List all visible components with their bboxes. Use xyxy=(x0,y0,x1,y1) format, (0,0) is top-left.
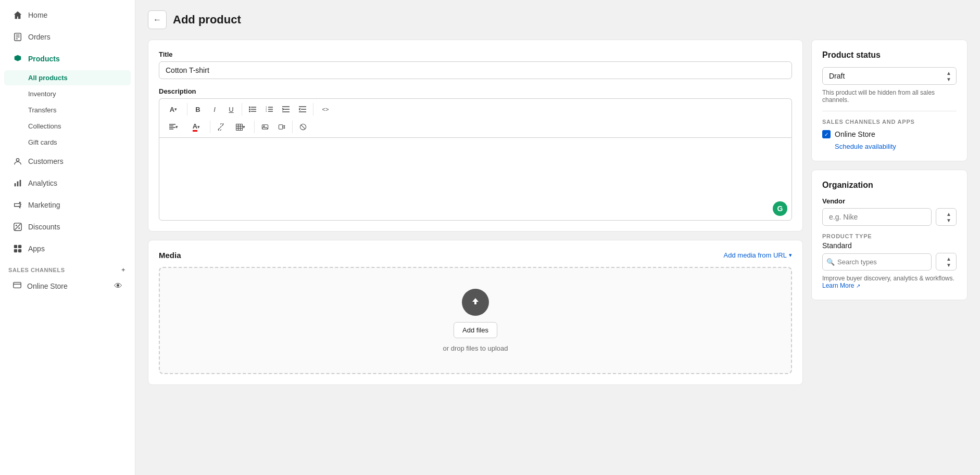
sidebar-sub-item-transfers[interactable]: Transfers xyxy=(4,102,131,118)
sidebar-item-customers-label: Customers xyxy=(28,157,64,165)
svg-rect-7 xyxy=(20,180,21,187)
status-select-wrapper: Draft Active ▲ ▼ xyxy=(822,67,957,85)
organization-card: Organization Vendor ▲ ▼ xyxy=(811,170,968,300)
table-button[interactable]: ▾ xyxy=(230,120,252,134)
title-input[interactable] xyxy=(159,61,792,79)
back-button[interactable]: ← xyxy=(148,10,167,29)
media-card: Media Add media from URL ▾ Add files or … xyxy=(148,240,803,385)
description-editor[interactable]: G xyxy=(159,137,792,221)
toolbar-divider-6 xyxy=(292,121,293,133)
vendor-select[interactable] xyxy=(936,208,957,226)
marketing-icon xyxy=(12,200,23,210)
main-content: ← Add product Title Description xyxy=(135,0,980,475)
apps-icon xyxy=(12,243,23,254)
products-icon xyxy=(12,54,23,64)
sidebar-item-products-label: Products xyxy=(28,55,60,63)
vendor-input[interactable] xyxy=(822,208,932,226)
sidebar-sub-item-gift-cards[interactable]: Gift cards xyxy=(4,135,131,150)
search-types-input-wrapper: 🔍 xyxy=(822,253,932,271)
font-family-button[interactable]: A▾ xyxy=(162,102,184,117)
standard-text: Standard xyxy=(822,241,957,250)
search-types-dropdown-wrapper: ▲ ▼ xyxy=(936,253,957,271)
status-select[interactable]: Draft Active xyxy=(822,67,957,85)
toolbar-divider-5 xyxy=(254,121,255,133)
customers-icon xyxy=(12,156,23,166)
svg-point-4 xyxy=(16,159,19,161)
online-store-checkbox-row: ✓ Online Store xyxy=(822,130,957,138)
svg-rect-6 xyxy=(17,181,19,186)
indent-button[interactable] xyxy=(278,102,294,117)
underline-button[interactable]: U xyxy=(223,102,239,117)
sidebar-item-home-label: Home xyxy=(28,11,47,19)
ordered-list-button[interactable]: 1.2.3. xyxy=(261,102,277,117)
sidebar: Home Orders Products All products Invent… xyxy=(0,0,135,475)
vendor-row: ▲ ▼ xyxy=(822,208,957,226)
italic-button[interactable]: I xyxy=(207,102,222,117)
text-align-button[interactable]: ▾ xyxy=(162,120,184,134)
title-description-card: Title Description A▾ B I xyxy=(148,40,803,232)
svg-point-12 xyxy=(18,227,20,229)
add-sales-channel-button[interactable]: ＋ xyxy=(120,266,127,274)
sidebar-item-orders[interactable]: Orders xyxy=(4,27,131,47)
online-store-icon xyxy=(12,280,22,291)
search-types-row: 🔍 ▲ ▼ xyxy=(822,253,957,271)
sidebar-item-marketing[interactable]: Marketing xyxy=(4,195,131,215)
status-hint: This product will be hidden from all sal… xyxy=(822,89,957,104)
svg-rect-18 xyxy=(18,249,21,252)
code-button[interactable]: <> xyxy=(316,102,335,117)
link-button[interactable] xyxy=(213,120,229,134)
learn-more-link[interactable]: Learn More ↗ xyxy=(822,282,860,289)
text-color-button[interactable]: A ▾ xyxy=(185,120,207,134)
media-header: Media Add media from URL ▾ xyxy=(159,251,792,260)
svg-point-23 xyxy=(249,109,250,110)
clear-format-button[interactable] xyxy=(295,120,311,134)
right-sidebar: Product status Draft Active ▲ ▼ This pro… xyxy=(811,40,968,300)
sidebar-item-online-store[interactable]: Online Store 👁 xyxy=(4,276,131,296)
orders-icon xyxy=(12,32,23,42)
svg-line-13 xyxy=(15,224,21,230)
toolbar-divider-3 xyxy=(313,103,313,115)
analytics-icon xyxy=(12,178,23,188)
sidebar-sub-item-all-products[interactable]: All products xyxy=(4,70,131,85)
sidebar-item-marketing-label: Marketing xyxy=(28,201,60,209)
add-media-from-url-button[interactable]: Add media from URL ▾ xyxy=(724,251,792,259)
toolbar-divider-1 xyxy=(187,103,187,115)
sidebar-item-customers[interactable]: Customers xyxy=(4,151,131,172)
sidebar-sub-item-inventory[interactable]: Inventory xyxy=(4,86,131,101)
discounts-icon xyxy=(12,222,23,232)
content-area: Title Description A▾ B I xyxy=(148,40,968,385)
add-files-button[interactable]: Add files xyxy=(454,322,497,338)
online-store-checkbox[interactable]: ✓ xyxy=(822,130,831,138)
unordered-list-button[interactable] xyxy=(245,102,260,117)
grammarly-badge: G xyxy=(773,201,787,216)
sidebar-item-discounts[interactable]: Discounts xyxy=(4,216,131,237)
sidebar-item-products[interactable]: Products xyxy=(4,48,131,69)
schedule-availability-link[interactable]: Schedule availability xyxy=(835,143,957,150)
outdent-button[interactable] xyxy=(295,102,310,117)
sidebar-item-apps[interactable]: Apps xyxy=(4,238,131,259)
video-button[interactable] xyxy=(274,120,290,134)
online-store-visibility-icon[interactable]: 👁 xyxy=(114,281,122,291)
sidebar-item-apps-label: Apps xyxy=(28,245,45,253)
svg-line-52 xyxy=(301,125,305,129)
vendor-label: Vendor xyxy=(822,197,957,205)
bold-button[interactable]: B xyxy=(190,102,206,117)
media-title: Media xyxy=(159,251,181,260)
organization-title: Organization xyxy=(822,181,957,190)
sidebar-item-orders-label: Orders xyxy=(28,33,51,41)
page-title: Add product xyxy=(173,13,241,27)
product-status-title: Product status xyxy=(822,50,957,60)
description-label: Description xyxy=(159,87,792,95)
image-button[interactable] xyxy=(257,120,273,134)
sidebar-sub-item-collections[interactable]: Collections xyxy=(4,119,131,134)
upload-zone[interactable]: Add files or drop files to upload xyxy=(159,267,792,374)
drop-hint: or drop files to upload xyxy=(443,344,508,352)
sidebar-item-analytics[interactable]: Analytics xyxy=(4,173,131,194)
vendor-input-wrapper xyxy=(822,208,932,226)
dropdown-arrow-icon: ▾ xyxy=(789,252,792,259)
svg-point-11 xyxy=(16,225,17,226)
svg-point-25 xyxy=(249,111,250,112)
sidebar-item-home[interactable]: Home xyxy=(4,5,131,25)
search-types-select[interactable] xyxy=(936,253,957,271)
search-types-input[interactable] xyxy=(822,253,932,271)
